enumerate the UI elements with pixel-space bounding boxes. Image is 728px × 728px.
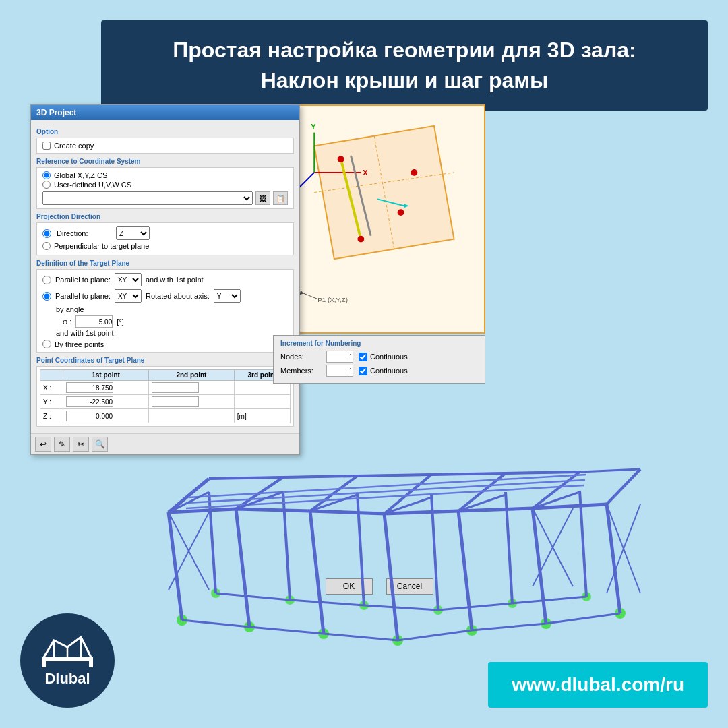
option-section-label: Option xyxy=(36,128,294,135)
svg-point-15 xyxy=(411,169,417,176)
toolbar-btn-1[interactable]: ↩ xyxy=(35,437,51,452)
z-label: Z : xyxy=(40,409,63,423)
create-copy-label: Create copy xyxy=(54,142,94,150)
svg-text:X: X xyxy=(363,169,368,177)
svg-point-12 xyxy=(338,156,344,162)
global-cs-label: Global X,Y,Z CS xyxy=(54,171,107,179)
perpendicular-radio[interactable] xyxy=(42,242,51,250)
phi-input[interactable] xyxy=(75,315,113,328)
website-banner: www.dlubal.com/ru xyxy=(488,662,708,708)
svg-point-13 xyxy=(357,236,364,243)
svg-rect-73 xyxy=(89,657,93,667)
direction-select[interactable]: Z X Y xyxy=(116,226,150,240)
target-plane-label: Definition of the Target Plane xyxy=(36,260,294,267)
dialog-title: 3D Project xyxy=(36,108,76,117)
by-angle-label: by angle xyxy=(56,305,288,313)
website-url: www.dlubal.com/ru xyxy=(512,674,684,695)
x-label: X : xyxy=(40,381,63,395)
header-banner: Простая настройка геометрии для 3D зала:… xyxy=(101,20,708,111)
dlubal-logo-icon xyxy=(40,634,94,667)
svg-text:Y: Y xyxy=(311,123,316,131)
svg-text:P1 (X,Y,Z): P1 (X,Y,Z) xyxy=(317,296,348,303)
structure-svg xyxy=(115,330,701,661)
toolbar-btn-2[interactable]: ✎ xyxy=(54,437,70,452)
parallel-plane2-label: Parallel to plane: xyxy=(55,292,111,300)
rotated-about-axis-label: Rotated about axis: xyxy=(146,292,210,300)
structure-container xyxy=(115,330,701,661)
y-label: Y : xyxy=(40,395,63,409)
viewport-svg: X Y Z P1 (X,Y,Z) xyxy=(274,106,484,332)
direction-radio[interactable] xyxy=(42,229,51,238)
svg-point-14 xyxy=(398,209,404,216)
parallel-plane1-select[interactable]: XYXZYZ xyxy=(115,273,142,286)
svg-rect-72 xyxy=(42,657,46,667)
and-1st-point-label: and with 1st point xyxy=(146,276,204,284)
cs-dropdown[interactable] xyxy=(42,191,253,205)
logo-text: Dlubal xyxy=(44,670,90,688)
toolbar-btn-3[interactable]: ✂ xyxy=(73,437,89,452)
toolbar-btn-4[interactable]: 🔍 xyxy=(92,437,108,452)
three-points-radio[interactable] xyxy=(42,340,51,348)
header-title: Простая настройка геометрии для 3D зала:… xyxy=(128,35,681,96)
parallel-plane2-select[interactable]: XYXZYZ xyxy=(115,289,142,303)
parallel-plane1-label: Parallel to plane: xyxy=(55,276,111,284)
3d-viewport: X Y Z P1 (X,Y,Z) xyxy=(273,104,485,334)
parallel-plane2-radio[interactable] xyxy=(42,292,51,301)
svg-rect-71 xyxy=(42,657,93,661)
dlubal-logo: Dlubal xyxy=(20,613,115,708)
coord-system-label: Reference to Coordinate System xyxy=(36,158,294,165)
user-cs-radio[interactable] xyxy=(42,181,51,189)
dialog-titlebar: 3D Project xyxy=(31,105,299,120)
cs-btn1[interactable]: 🖼 xyxy=(255,191,270,205)
create-copy-checkbox[interactable] xyxy=(42,142,51,150)
global-cs-radio[interactable] xyxy=(42,171,51,179)
y1-input[interactable] xyxy=(66,396,113,407)
projection-label: Projection Direction xyxy=(36,213,294,220)
x1-input[interactable] xyxy=(66,382,113,393)
phi-unit: [°] xyxy=(117,317,124,326)
user-cs-label: User-defined U,V,W CS xyxy=(54,181,131,189)
phi-label: φ : xyxy=(63,317,71,326)
direction-label: Direction: xyxy=(57,229,111,237)
three-points-label: By three points xyxy=(55,340,104,348)
z1-input[interactable] xyxy=(66,411,113,421)
cs-btn2[interactable]: 📋 xyxy=(273,191,288,205)
perpendicular-label: Perpendicular to target plane xyxy=(54,242,149,250)
parallel-plane1-radio[interactable] xyxy=(42,276,51,284)
rotated-axis-select[interactable]: YXZ xyxy=(214,289,241,303)
